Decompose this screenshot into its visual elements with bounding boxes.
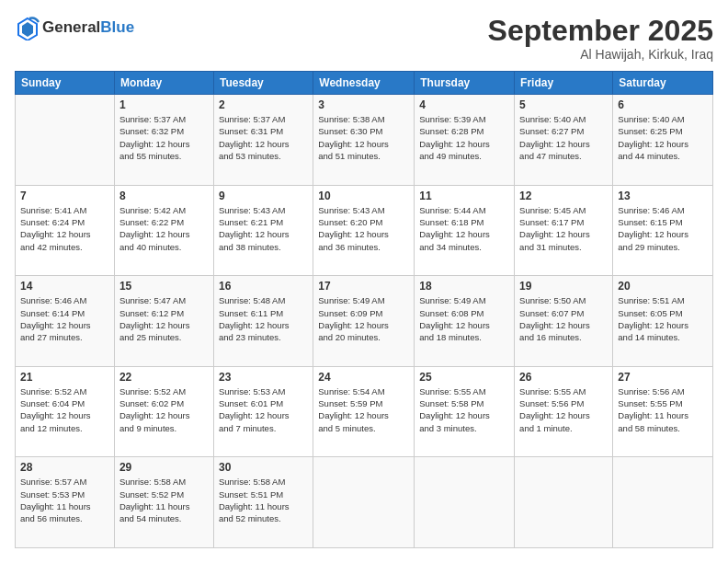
day-number: 28 [20,461,109,474]
day-info: Sunrise: 5:37 AMSunset: 6:32 PMDaylight:… [119,113,209,162]
day-number: 29 [119,461,209,474]
day-number: 11 [419,190,509,202]
day-info: Sunrise: 5:58 AMSunset: 5:51 PMDaylight:… [219,476,308,524]
table-row [313,457,415,548]
day-info: Sunrise: 5:46 AMSunset: 6:15 PMDaylight:… [618,204,708,253]
col-thursday: Thursday [415,72,515,95]
col-sunday: Sunday [16,72,115,95]
month-title: September 2025 [488,15,713,47]
day-number: 3 [318,98,409,111]
table-row: 27Sunrise: 5:56 AMSunset: 5:55 PMDayligh… [613,366,713,457]
table-row: 9Sunrise: 5:43 AMSunset: 6:21 PMDaylight… [213,185,313,276]
logo-text: GeneralBlue [42,19,134,37]
table-row: 12Sunrise: 5:45 AMSunset: 6:17 PMDayligh… [515,185,613,276]
table-row: 28Sunrise: 5:57 AMSunset: 5:53 PMDayligh… [16,457,115,548]
day-number: 18 [419,280,509,293]
day-info: Sunrise: 5:41 AMSunset: 6:24 PMDaylight:… [20,204,109,253]
table-row: 14Sunrise: 5:46 AMSunset: 6:14 PMDayligh… [16,276,115,367]
day-number: 20 [618,280,708,293]
table-row: 18Sunrise: 5:49 AMSunset: 6:08 PMDayligh… [415,276,515,367]
day-info: Sunrise: 5:53 AMSunset: 6:01 PMDaylight:… [219,385,308,434]
day-info: Sunrise: 5:47 AMSunset: 6:12 PMDaylight:… [119,294,209,343]
table-row: 13Sunrise: 5:46 AMSunset: 6:15 PMDayligh… [613,185,713,276]
day-info: Sunrise: 5:45 AMSunset: 6:17 PMDaylight:… [519,204,608,253]
day-info: Sunrise: 5:58 AMSunset: 5:52 PMDaylight:… [119,476,209,524]
day-info: Sunrise: 5:55 AMSunset: 5:58 PMDaylight:… [419,385,509,434]
day-number: 17 [318,280,409,293]
col-tuesday: Tuesday [213,72,313,95]
location-title: Al Hawijah, Kirkuk, Iraq [488,47,713,62]
day-info: Sunrise: 5:49 AMSunset: 6:09 PMDaylight:… [318,294,409,343]
table-row: 23Sunrise: 5:53 AMSunset: 6:01 PMDayligh… [213,366,313,457]
day-info: Sunrise: 5:48 AMSunset: 6:11 PMDaylight:… [219,294,308,343]
table-row: 21Sunrise: 5:52 AMSunset: 6:04 PMDayligh… [16,366,115,457]
day-info: Sunrise: 5:44 AMSunset: 6:18 PMDaylight:… [419,204,509,253]
table-row [415,457,515,548]
table-row: 15Sunrise: 5:47 AMSunset: 6:12 PMDayligh… [114,276,213,367]
table-row: 29Sunrise: 5:58 AMSunset: 5:52 PMDayligh… [114,457,213,548]
header: GeneralBlue September 2025 Al Hawijah, K… [15,15,713,62]
logo-icon [15,15,40,40]
day-info: Sunrise: 5:42 AMSunset: 6:22 PMDaylight:… [119,204,209,253]
table-row: 25Sunrise: 5:55 AMSunset: 5:58 PMDayligh… [415,366,515,457]
day-number: 27 [618,371,708,384]
day-number: 26 [519,371,608,384]
day-info: Sunrise: 5:49 AMSunset: 6:08 PMDaylight:… [419,294,509,343]
day-number: 4 [419,98,509,111]
table-row: 20Sunrise: 5:51 AMSunset: 6:05 PMDayligh… [613,276,713,367]
table-row: 11Sunrise: 5:44 AMSunset: 6:18 PMDayligh… [415,185,515,276]
table-row: 3Sunrise: 5:38 AMSunset: 6:30 PMDaylight… [313,95,415,186]
day-info: Sunrise: 5:38 AMSunset: 6:30 PMDaylight:… [318,113,409,162]
table-row: 5Sunrise: 5:40 AMSunset: 6:27 PMDaylight… [515,95,613,186]
day-info: Sunrise: 5:37 AMSunset: 6:31 PMDaylight:… [219,113,308,162]
day-number: 7 [20,190,109,202]
day-info: Sunrise: 5:51 AMSunset: 6:05 PMDaylight:… [618,294,708,343]
table-row: 6Sunrise: 5:40 AMSunset: 6:25 PMDaylight… [613,95,713,186]
table-row: 7Sunrise: 5:41 AMSunset: 6:24 PMDaylight… [16,185,115,276]
col-wednesday: Wednesday [313,72,415,95]
col-monday: Monday [114,72,213,95]
table-row: 4Sunrise: 5:39 AMSunset: 6:28 PMDaylight… [415,95,515,186]
table-row: 24Sunrise: 5:54 AMSunset: 5:59 PMDayligh… [313,366,415,457]
day-info: Sunrise: 5:57 AMSunset: 5:53 PMDaylight:… [20,476,109,524]
day-number: 24 [318,371,409,384]
day-number: 19 [519,280,608,293]
table-row [613,457,713,548]
logo: GeneralBlue [15,15,134,40]
table-row: 30Sunrise: 5:58 AMSunset: 5:51 PMDayligh… [213,457,313,548]
day-number: 10 [318,190,409,202]
day-number: 6 [618,98,708,111]
col-friday: Friday [515,72,613,95]
table-row: 19Sunrise: 5:50 AMSunset: 6:07 PMDayligh… [515,276,613,367]
day-number: 16 [219,280,308,293]
day-info: Sunrise: 5:52 AMSunset: 6:04 PMDaylight:… [20,385,109,434]
title-block: September 2025 Al Hawijah, Kirkuk, Iraq [488,15,713,62]
day-info: Sunrise: 5:46 AMSunset: 6:14 PMDaylight:… [20,294,109,343]
day-number: 13 [618,190,708,202]
day-info: Sunrise: 5:56 AMSunset: 5:55 PMDaylight:… [618,385,708,434]
calendar-header: Sunday Monday Tuesday Wednesday Thursday… [16,72,713,95]
table-row: 22Sunrise: 5:52 AMSunset: 6:02 PMDayligh… [114,366,213,457]
table-row: 16Sunrise: 5:48 AMSunset: 6:11 PMDayligh… [213,276,313,367]
day-number: 21 [20,371,109,384]
day-info: Sunrise: 5:40 AMSunset: 6:25 PMDaylight:… [618,113,708,162]
calendar-body: 1Sunrise: 5:37 AMSunset: 6:32 PMDaylight… [16,95,713,548]
day-info: Sunrise: 5:52 AMSunset: 6:02 PMDaylight:… [119,385,209,434]
day-number: 22 [119,371,209,384]
table-row: 10Sunrise: 5:43 AMSunset: 6:20 PMDayligh… [313,185,415,276]
day-info: Sunrise: 5:54 AMSunset: 5:59 PMDaylight:… [318,385,409,434]
day-info: Sunrise: 5:40 AMSunset: 6:27 PMDaylight:… [519,113,608,162]
day-number: 8 [119,190,209,202]
day-info: Sunrise: 5:39 AMSunset: 6:28 PMDaylight:… [419,113,509,162]
calendar-table: Sunday Monday Tuesday Wednesday Thursday… [15,71,713,548]
table-row: 1Sunrise: 5:37 AMSunset: 6:32 PMDaylight… [114,95,213,186]
table-row: 26Sunrise: 5:55 AMSunset: 5:56 PMDayligh… [515,366,613,457]
day-number: 2 [219,98,308,111]
day-number: 9 [219,190,308,202]
col-saturday: Saturday [613,72,713,95]
day-info: Sunrise: 5:50 AMSunset: 6:07 PMDaylight:… [519,294,608,343]
table-row: 2Sunrise: 5:37 AMSunset: 6:31 PMDaylight… [213,95,313,186]
day-number: 1 [119,98,209,111]
day-info: Sunrise: 5:55 AMSunset: 5:56 PMDaylight:… [519,385,608,434]
table-row [515,457,613,548]
